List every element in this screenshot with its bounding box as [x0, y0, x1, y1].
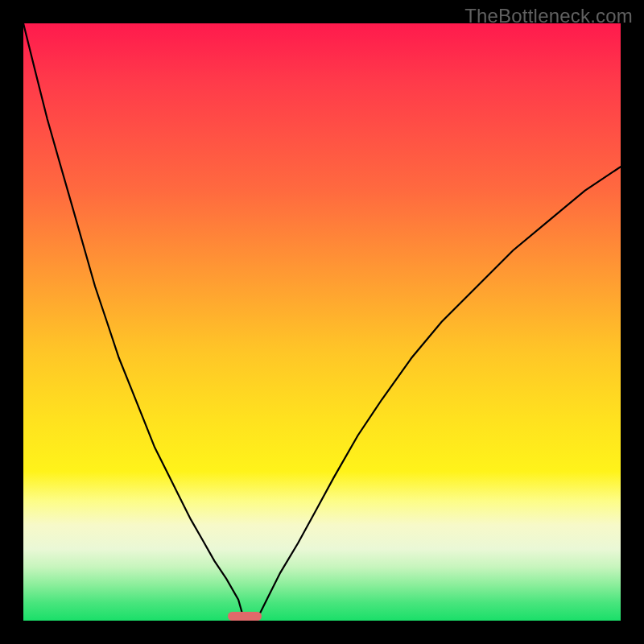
plot-area: [23, 23, 621, 621]
curve-left: [23, 23, 245, 621]
curve-layer: [23, 23, 621, 621]
chart-frame: TheBottleneck.com: [0, 0, 644, 644]
curve-right: [256, 167, 621, 621]
notch-marker: [228, 612, 262, 621]
